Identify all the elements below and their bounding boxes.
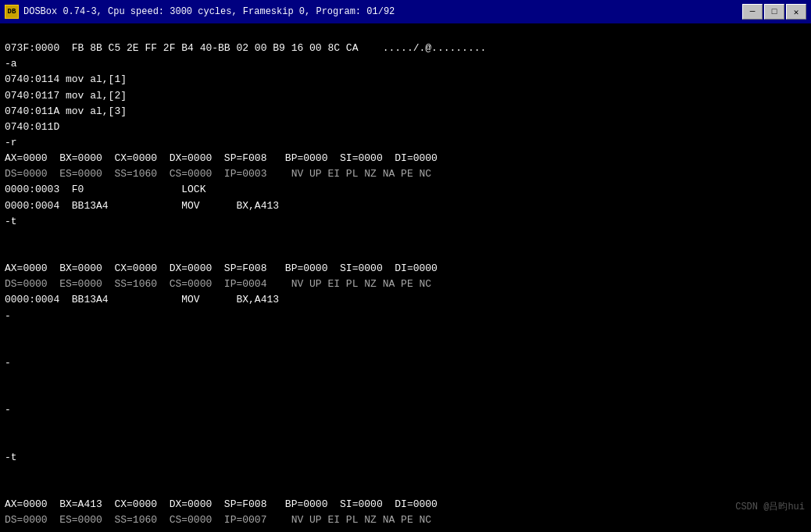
titlebar: DB DOSBox 0.74-3, Cpu speed: 3000 cycles…	[0, 0, 811, 23]
titlebar-title: DOSBox 0.74-3, Cpu speed: 3000 cycles, F…	[23, 6, 395, 17]
terminal-content: 073F:0000 FB 8B C5 2E FF 2F B4 40-BB 02 …	[5, 42, 492, 532]
titlebar-left: DB DOSBox 0.74-3, Cpu speed: 3000 cycles…	[5, 5, 395, 19]
watermark: CSDN @吕昀hui	[713, 485, 805, 529]
terminal-area[interactable]: 073F:0000 FB 8B C5 2E FF 2F B4 40-BB 02 …	[0, 23, 811, 532]
titlebar-controls: ─ □ ✕	[742, 4, 806, 20]
close-button[interactable]: ✕	[786, 4, 806, 20]
dosbox-icon-label: DB	[8, 8, 16, 16]
dosbox-icon: DB	[5, 5, 19, 19]
maximize-button[interactable]: □	[764, 4, 784, 20]
minimize-button[interactable]: ─	[742, 4, 763, 20]
